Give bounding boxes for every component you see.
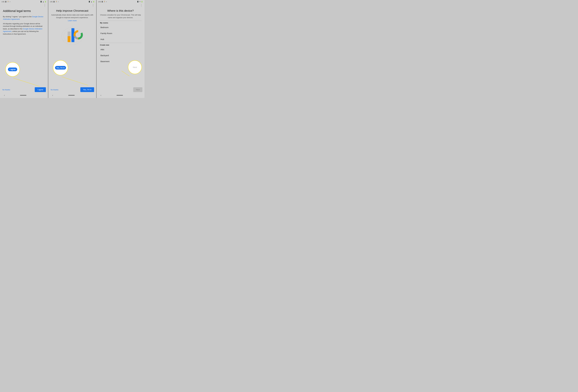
legal-body-1: By clicking "I agree," you agree to the … (3, 15, 45, 21)
room-hub[interactable]: Hub (99, 36, 142, 42)
back-btn-1[interactable]: ‹ (4, 94, 5, 97)
activity-icon-3: 🏃 (104, 1, 105, 2)
legal-body-prefix: By clicking "I agree," you agree to the (3, 16, 32, 18)
chart-illustration (51, 23, 93, 49)
vibrate-icon: 📳 (40, 1, 42, 2)
legal-body-2: All disputes regarding your Google devic… (3, 22, 45, 35)
nav-pill-3 (117, 95, 123, 96)
time-1: 1:51 (1, 1, 4, 2)
chromecast-content: Help improve Chromecast Automatically sh… (48, 7, 96, 86)
dot-indicator: • (10, 1, 10, 2)
nav-pill-1 (20, 95, 26, 96)
svg-point-10 (76, 32, 81, 38)
wifi-icon-2: ▲ (91, 1, 92, 2)
nav-bar-2: ‹ (48, 93, 96, 98)
analytics-chart (58, 24, 87, 48)
connector-svg-1 (13, 78, 40, 89)
battery-icon: 🔋 (45, 1, 47, 2)
yes-btn[interactable]: Yes, I'm in (80, 87, 94, 92)
panel-chromecast: 1:51 🖼 🏃 • 📳 ▲ 🔋 ⋮ Help improve Chromeca… (48, 0, 96, 98)
divider-2 (99, 43, 142, 43)
zoom-circle-agree: I agree (5, 62, 20, 77)
battery-icon-2: 🔋 (93, 1, 95, 2)
no-thanks-btn-2[interactable]: No thanks (50, 88, 59, 91)
back-btn-2[interactable]: ‹ (52, 94, 53, 97)
connector-svg-2 (61, 77, 88, 87)
nav-bar-1: ‹ (0, 93, 48, 98)
svg-rect-8 (68, 36, 71, 42)
photo-icon-2: 🖼 (53, 1, 55, 2)
status-bar-1: 1:51 🖼 🏃 • 📳 ▲ 🔋 (0, 0, 48, 3)
battery-icon-3: 🔋 (141, 1, 143, 2)
learn-more-link[interactable]: Learn more (51, 20, 93, 22)
room-attic[interactable]: Attic (99, 46, 142, 52)
svg-line-0 (13, 78, 40, 87)
chromecast-title: Help improve Chromecast (51, 9, 93, 12)
back-btn-3[interactable]: ‹ (100, 94, 101, 97)
activity-icon: 🏃 (7, 1, 9, 2)
location-content: Where is this device? Choose a location … (96, 7, 144, 86)
vibrate-icon-3: 📳 (137, 1, 139, 2)
nav-pill-2 (68, 95, 75, 96)
zoom-circle-next: Next (128, 60, 142, 74)
zoom-yes-label: Yes, I'm in (55, 66, 66, 70)
dot-indicator-2: • (58, 1, 58, 2)
create-new-label: Create new (99, 44, 142, 46)
svg-line-12 (122, 71, 130, 76)
zoom-circle-yes: Yes, I'm in (53, 60, 68, 75)
nav-bar-3: ‹ (96, 93, 144, 98)
location-title: Where is this device? (99, 9, 142, 12)
overflow-menu-3[interactable]: ⋮ (96, 3, 144, 7)
vibrate-icon-2: 📳 (89, 1, 90, 2)
photo-icon: 🖼 (5, 1, 6, 2)
status-bar-3: 1:51 🖼 🏃 • 📳 ✕ 🔋 (96, 0, 144, 3)
overflow-menu-1[interactable]: ⋮ (0, 3, 48, 7)
legal-title: Additional legal terms (3, 9, 45, 13)
time-3: 1:51 (98, 1, 101, 2)
panel-legal-terms: 1:51 🖼 🏃 • 📳 ▲ 🔋 ⋮ Additional legal term… (0, 0, 48, 98)
room-backyard[interactable]: Backyard (99, 52, 142, 58)
room-family-room[interactable]: Family Room (99, 30, 142, 36)
location-actions: Next (96, 86, 144, 93)
time-2: 1:51 (50, 1, 53, 2)
panel-device-location: 1:51 🖼 🏃 • 📳 ✕ 🔋 ⋮ Where is this device?… (96, 0, 144, 98)
photo-icon-3: 🖼 (101, 1, 103, 2)
activity-icon-2: 🏃 (55, 1, 57, 2)
location-subtitle: Choose a location for your Chromecast. T… (99, 14, 142, 19)
overflow-menu-2[interactable]: ⋮ (48, 3, 96, 7)
divider-1 (99, 21, 142, 21)
room-bedroom[interactable]: Bedroom (99, 24, 142, 30)
zoom-agree-label: I agree (8, 68, 17, 71)
no-wifi-icon: ✕ (139, 1, 141, 2)
my-rooms-label: My rooms (99, 22, 142, 24)
next-btn[interactable]: Next (133, 87, 142, 92)
no-thanks-btn-1[interactable]: No thanks (2, 88, 10, 91)
status-bar-2: 1:51 🖼 🏃 • 📳 ▲ 🔋 (48, 0, 96, 3)
zoom-next-label: Next (133, 66, 137, 68)
svg-line-11 (61, 77, 88, 85)
wifi-icon: ▲ (43, 1, 44, 2)
chromecast-subtitle: Automatically share device stats and cra… (51, 14, 93, 19)
dot-indicator-3: • (106, 1, 107, 2)
